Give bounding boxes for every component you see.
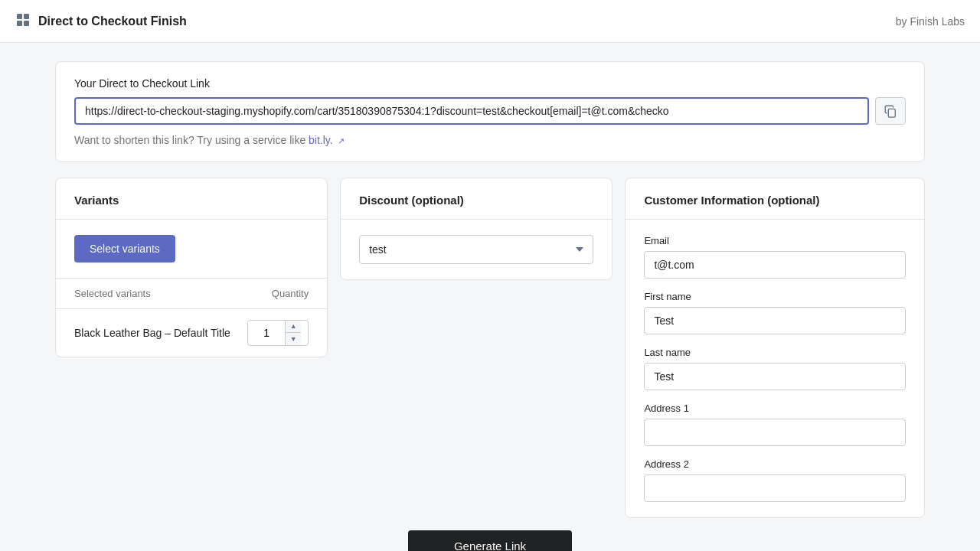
quantity-spinners: ▲ ▼ <box>285 321 301 345</box>
link-card: Your Direct to Checkout Link Want to sho… <box>55 61 925 162</box>
generate-link-button[interactable]: Generate Link <box>408 530 572 551</box>
bottom-bar: Generate Link <box>55 518 925 551</box>
header-left: Direct to Checkout Finish <box>15 12 187 30</box>
svg-rect-1 <box>24 14 29 19</box>
first-name-input[interactable] <box>644 307 906 334</box>
main-content: Your Direct to Checkout Link Want to sho… <box>31 43 949 551</box>
email-label: Email <box>644 235 906 246</box>
link-input-row <box>74 97 906 125</box>
customer-card-header: Customer Information (optional) <box>626 178 924 220</box>
variants-table-header: Selected variants Quantity <box>56 279 327 309</box>
svg-rect-3 <box>24 21 29 26</box>
first-name-label: First name <box>644 291 906 302</box>
grid-icon <box>15 12 31 30</box>
select-variants-button[interactable]: Select variants <box>74 235 175 262</box>
variants-btn-area: Select variants <box>56 220 327 279</box>
external-link-icon: ↗ <box>338 136 345 145</box>
address1-input[interactable] <box>644 419 906 446</box>
copy-button[interactable] <box>875 97 906 125</box>
quantity-input[interactable] <box>248 322 285 344</box>
link-label: Your Direct to Checkout Link <box>74 77 906 90</box>
copy-icon <box>884 104 897 118</box>
app-header: Direct to Checkout Finish by Finish Labs <box>0 0 980 43</box>
last-name-field-group: Last name <box>644 347 906 390</box>
email-field-group: Email <box>644 235 906 279</box>
address2-input[interactable] <box>644 474 906 502</box>
quantity-up-button[interactable]: ▲ <box>286 321 301 333</box>
variants-card-header: Variants <box>56 178 327 220</box>
svg-rect-0 <box>17 14 22 19</box>
variants-table: Selected variants Quantity Black Leather… <box>56 279 327 357</box>
address1-label: Address 1 <box>644 403 906 414</box>
email-input[interactable] <box>644 251 906 279</box>
variant-name: Black Leather Bag – Default Title <box>74 327 247 339</box>
svg-rect-2 <box>17 21 22 26</box>
discount-card-header: Discount (optional) <box>341 178 612 220</box>
discount-body: test none <box>341 220 612 279</box>
col-selected-variants: Selected variants <box>74 288 151 299</box>
variants-card: Variants Select variants Selected varian… <box>55 178 328 357</box>
svg-rect-4 <box>888 109 895 117</box>
bitly-link[interactable]: bit.ly. ↗ <box>309 134 345 146</box>
address2-label: Address 2 <box>644 458 906 470</box>
brand-label: by Finish Labs <box>896 15 965 28</box>
table-row: Black Leather Bag – Default Title ▲ ▼ <box>56 309 327 357</box>
quantity-down-button[interactable]: ▼ <box>286 333 301 345</box>
col-quantity: Quantity <box>272 288 309 299</box>
checkout-url-input[interactable] <box>74 97 869 125</box>
last-name-input[interactable] <box>644 363 906 390</box>
address1-field-group: Address 1 <box>644 403 906 446</box>
quantity-input-wrapper: ▲ ▼ <box>247 320 309 346</box>
customer-card: Customer Information (optional) Email Fi… <box>625 178 925 518</box>
first-name-field-group: First name <box>644 291 906 334</box>
address2-field-group: Address 2 <box>644 458 906 502</box>
discount-select[interactable]: test none <box>359 235 593 264</box>
last-name-label: Last name <box>644 347 906 358</box>
app-title: Direct to Checkout Finish <box>38 15 187 28</box>
columns-row: Variants Select variants Selected varian… <box>55 178 925 518</box>
customer-body: Email First name Last name Address 1 Add… <box>626 220 924 517</box>
shorten-text: Want to shorten this link? Try using a s… <box>74 134 906 146</box>
discount-card: Discount (optional) test none <box>340 178 612 280</box>
